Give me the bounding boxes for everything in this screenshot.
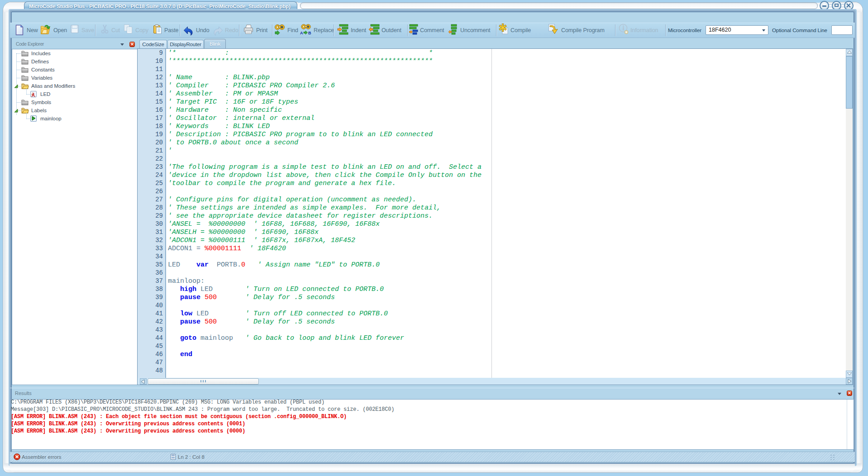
svg-text:A: A bbox=[300, 31, 303, 35]
svg-text:B: B bbox=[308, 31, 311, 35]
